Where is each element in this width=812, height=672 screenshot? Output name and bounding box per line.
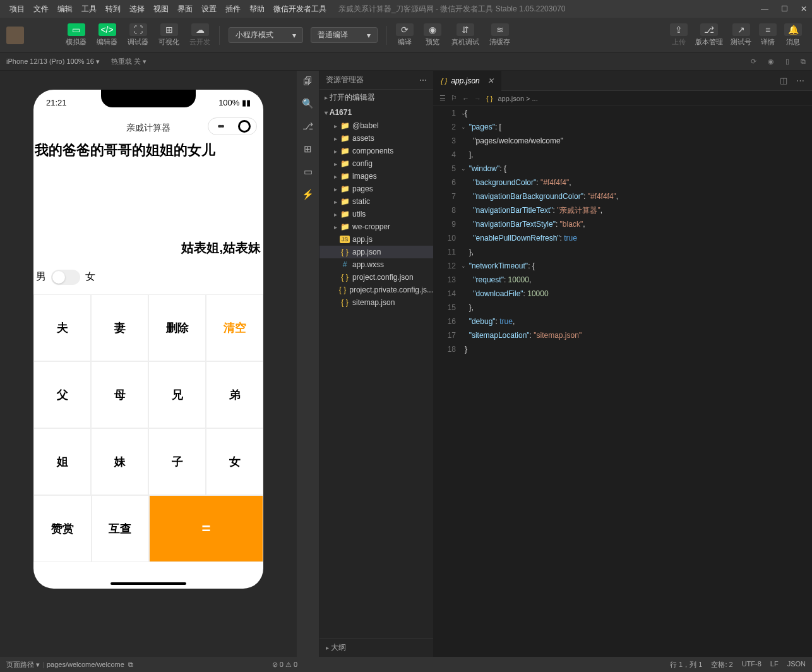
menu-界面[interactable]: 界面 <box>173 1 197 17</box>
status-LF[interactable]: LF <box>770 660 779 669</box>
key-兄[interactable]: 兄 <box>148 361 206 428</box>
hotreload-toggle[interactable]: 热重载 关 ▾ <box>111 57 146 66</box>
key-姐[interactable]: 姐 <box>33 428 91 495</box>
maximize-icon[interactable]: ☐ <box>781 4 788 13</box>
file-static[interactable]: ▸📁static <box>319 195 433 208</box>
breadcrumb-path[interactable]: app.json > ... <box>498 95 537 102</box>
key-妹[interactable]: 妹 <box>91 428 148 495</box>
menu-视图[interactable]: 视图 <box>149 1 173 17</box>
flame-icon[interactable]: ⚡ <box>302 189 314 200</box>
capsule[interactable]: ••• <box>208 117 257 135</box>
forward-icon[interactable]: → <box>474 95 481 102</box>
menu-转到[interactable]: 转到 <box>101 1 125 17</box>
file-project.private.config.js...[interactable]: { }project.private.config.js... <box>319 284 433 296</box>
toolbar-调试器[interactable]: ⛶调试器 <box>124 23 152 47</box>
file-images[interactable]: ▸📁images <box>319 170 433 183</box>
toolbar-编译[interactable]: ⟳编译 <box>392 23 417 47</box>
tab-app-json[interactable]: { } app.json ✕ <box>433 71 501 91</box>
file-project.config.json[interactable]: { }project.config.json <box>319 271 433 284</box>
toolbar-编辑器[interactable]: </>编辑器 <box>93 23 121 47</box>
code-area[interactable]: ⌄1⌄234⌄567891011⌄12131415161718 { "pages… <box>433 106 812 657</box>
avatar[interactable] <box>6 27 24 44</box>
file-sitemap.json[interactable]: { }sitemap.json <box>319 296 433 309</box>
toolbar-清缓存[interactable]: ≋清缓存 <box>486 23 514 47</box>
compile-dropdown[interactable]: 普通编译▾ <box>311 27 378 43</box>
branch-icon[interactable]: ⎇ <box>302 121 313 132</box>
file-app.js[interactable]: JSapp.js <box>319 233 433 246</box>
file-we-cropper[interactable]: ▸📁we-cropper <box>319 220 433 233</box>
minimize-icon[interactable]: — <box>761 4 768 13</box>
key-=[interactable]: = <box>149 495 263 562</box>
status-空格: 2[interactable]: 空格: 2 <box>711 660 732 669</box>
key-女[interactable]: 女 <box>206 428 263 495</box>
menu-工具[interactable]: 工具 <box>77 1 101 17</box>
key-删除[interactable]: 删除 <box>148 294 206 361</box>
bookmark-icon[interactable]: ⚐ <box>451 94 457 102</box>
menu-文件[interactable]: 文件 <box>29 1 53 17</box>
key-清空[interactable]: 清空 <box>206 294 263 361</box>
file-app.json[interactable]: { }app.json <box>319 246 433 258</box>
more-icon[interactable]: ⋯ <box>796 76 804 85</box>
toolbar-真机调试[interactable]: ⇵真机调试 <box>448 23 483 47</box>
key-弟[interactable]: 弟 <box>206 361 263 428</box>
opened-editors[interactable]: ▸ 打开的编辑器 <box>319 90 433 105</box>
phone-icon[interactable]: ▯ <box>785 57 789 66</box>
page-path[interactable]: pages/welcome/welcome <box>47 661 124 668</box>
menu-选择[interactable]: 选择 <box>125 1 149 17</box>
record-icon[interactable]: ◉ <box>768 57 774 66</box>
toolbar-可视化[interactable]: ⊞可视化 <box>155 23 183 47</box>
menu-项目[interactable]: 项目 <box>5 1 29 17</box>
menu-微信开发者工具[interactable]: 微信开发者工具 <box>269 1 331 17</box>
page-path-label[interactable]: 页面路径 ▾ <box>6 660 40 669</box>
back-icon[interactable]: ← <box>462 95 469 102</box>
split-icon[interactable]: ◫ <box>780 76 787 85</box>
file-app.wxss[interactable]: #app.wxss <box>319 258 433 271</box>
key-父[interactable]: 父 <box>33 361 91 428</box>
key-母[interactable]: 母 <box>91 361 148 428</box>
status-JSON[interactable]: JSON <box>787 660 806 669</box>
debug-icon[interactable]: ▭ <box>304 166 313 177</box>
toolbar-上传[interactable]: ⇪上传 <box>666 23 691 47</box>
file-@babel[interactable]: ▸📁@babel <box>319 119 433 132</box>
key-夫[interactable]: 夫 <box>33 294 91 361</box>
status-行 1，列 1[interactable]: 行 1，列 1 <box>670 660 702 669</box>
file-utils[interactable]: ▸📁utils <box>319 208 433 220</box>
close-icon[interactable]: ✕ <box>801 4 807 13</box>
list-icon[interactable]: ☰ <box>439 94 446 102</box>
menu-编辑[interactable]: 编辑 <box>53 1 77 17</box>
home-indicator[interactable] <box>110 582 186 585</box>
file-components[interactable]: ▸📁components <box>319 145 433 157</box>
file-assets[interactable]: ▸📁assets <box>319 132 433 145</box>
tab-close-icon[interactable]: ✕ <box>487 76 494 85</box>
toolbar-详情[interactable]: ≡详情 <box>755 23 780 47</box>
gender-switch[interactable] <box>51 270 80 285</box>
key-赞赏[interactable]: 赞赏 <box>33 495 92 562</box>
copy-icon[interactable]: ⧉ <box>128 661 133 669</box>
outline-section[interactable]: ▸ 大纲 <box>319 638 433 657</box>
toolbar-云开发[interactable]: ☁云开发 <box>186 23 214 47</box>
toolbar-预览[interactable]: ◉预览 <box>420 23 445 47</box>
menu-插件[interactable]: 插件 <box>221 1 245 17</box>
status-UTF-8[interactable]: UTF-8 <box>742 660 761 669</box>
menu-icon[interactable]: ••• <box>208 121 232 131</box>
refresh-icon[interactable]: ⟳ <box>751 57 756 66</box>
extensions-icon[interactable]: ⊞ <box>304 143 312 155</box>
key-互查[interactable]: 互查 <box>92 495 150 562</box>
mode-dropdown[interactable]: 小程序模式▾ <box>229 27 303 43</box>
popout-icon[interactable]: ⧉ <box>801 57 806 66</box>
search-icon[interactable]: 🔍 <box>302 98 314 109</box>
device-selector[interactable]: iPhone 12/13 (Pro) 100% 16 ▾ <box>6 57 100 66</box>
key-子[interactable]: 子 <box>148 428 206 495</box>
toolbar-消息[interactable]: 🔔消息 <box>780 23 806 47</box>
files-icon[interactable]: 🗐 <box>303 76 313 87</box>
menu-设置[interactable]: 设置 <box>197 1 221 17</box>
file-config[interactable]: ▸📁config <box>319 157 433 170</box>
toolbar-版本管理[interactable]: ⎇版本管理 <box>691 23 727 47</box>
more-icon[interactable]: ⋯ <box>419 76 427 85</box>
file-pages[interactable]: ▸📁pages <box>319 183 433 195</box>
toolbar-测试号[interactable]: ↗测试号 <box>727 23 755 47</box>
key-妻[interactable]: 妻 <box>91 294 148 361</box>
problems[interactable]: ⊘ 0 ⚠ 0 <box>272 661 297 669</box>
project-root[interactable]: ▾ A1671 <box>319 105 433 119</box>
menu-帮助[interactable]: 帮助 <box>245 1 269 17</box>
